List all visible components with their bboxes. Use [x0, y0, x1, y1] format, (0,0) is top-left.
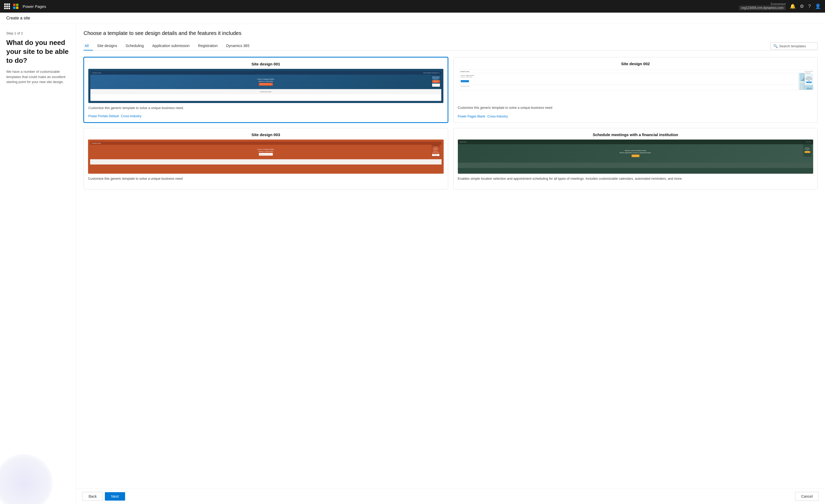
- choose-heading: Choose a template to see design details …: [84, 30, 818, 36]
- card-desc-002: Customize this generic template to solve…: [458, 105, 813, 110]
- card-tags-001: Power Portals Default Cross-Industry: [88, 113, 443, 118]
- sidebar-decoration: [0, 454, 53, 504]
- step-label: Step 1 of 2: [6, 31, 70, 35]
- template-grid: Site design 001 Company name Home Pages …: [84, 57, 818, 189]
- notification-icon[interactable]: 🔔: [790, 3, 796, 9]
- template-card-site-design-003[interactable]: Site design 003 Company name Create an e…: [84, 128, 448, 189]
- microsoft-logo: [13, 4, 18, 9]
- card-title-002: Site design 002: [458, 62, 813, 66]
- tab-dynamics-365[interactable]: Dynamics 365: [222, 41, 253, 51]
- tag-cross-industry-001: Cross-Industry: [121, 114, 141, 118]
- settings-icon[interactable]: ⚙: [800, 3, 804, 9]
- search-icon: 🔍: [773, 44, 778, 48]
- card-title-schedule: Schedule meetings with a financial insti…: [458, 133, 813, 137]
- tab-application-submission[interactable]: Application submission: [148, 41, 194, 51]
- sidebar-description: We have a number of customizable templat…: [6, 69, 70, 85]
- top-navigation: Power Pages Environment org123456.crm.dy…: [0, 0, 825, 13]
- template-card-site-design-001[interactable]: Site design 001 Company name Home Pages …: [84, 57, 448, 123]
- nav-left: Power Pages: [4, 3, 46, 9]
- waffle-icon[interactable]: [4, 3, 10, 9]
- card-preview-003: Company name Create an engaging headline…: [88, 140, 444, 174]
- filter-tabs: All Site designs Scheduling Application …: [84, 41, 818, 51]
- tab-scheduling[interactable]: Scheduling: [122, 41, 148, 51]
- environment-label: Environment: [771, 3, 785, 5]
- back-button[interactable]: Back: [82, 492, 103, 501]
- card-tags-003: [88, 184, 444, 185]
- card-desc-001: Customize this generic template to solve…: [88, 106, 443, 111]
- tab-registration[interactable]: Registration: [194, 41, 222, 51]
- tag-cross-industry-002: Cross-Industry: [487, 114, 508, 118]
- card-preview-002: Company name Home Contact ▼ Create an en…: [458, 69, 813, 103]
- card-tags-schedule: [458, 184, 813, 185]
- tag-power-portals-default: Power Portals Default: [88, 114, 119, 118]
- app-name: Power Pages: [23, 4, 46, 9]
- card-preview-schedule: Back home Back name Welcome to [Insert I…: [458, 140, 813, 174]
- card-title-001: Site design 001: [88, 62, 443, 66]
- tab-site-designs[interactable]: Site designs: [93, 41, 122, 51]
- main-layout: Step 1 of 2 What do you need your site t…: [0, 24, 825, 504]
- environment-block: Environment org123456.crm.dynamics.com: [739, 3, 785, 10]
- page-title: Create a site: [6, 16, 30, 20]
- tab-all[interactable]: All: [84, 41, 93, 51]
- card-title-003: Site design 003: [88, 133, 444, 137]
- bottom-bar: Back Next Cancel: [76, 489, 825, 504]
- account-icon[interactable]: 👤: [815, 3, 821, 9]
- search-templates[interactable]: 🔍 Search templates: [770, 42, 818, 50]
- search-templates-label: Search templates: [779, 44, 806, 48]
- content-area: Choose a template to see design details …: [76, 24, 825, 504]
- environment-value: org123456.crm.dynamics.com: [739, 5, 785, 10]
- sidebar: Step 1 of 2 What do you need your site t…: [0, 24, 76, 504]
- tag-power-pages-blank: Power Pages Blank: [458, 114, 485, 118]
- page-header: Create a site: [0, 13, 825, 24]
- card-preview-001: Company name Home Pages Campaigns ▼ Crea…: [88, 69, 443, 103]
- sidebar-heading: What do you need your site to be able to…: [6, 38, 70, 65]
- template-card-site-design-002[interactable]: Site design 002 Company name Home Contac…: [453, 57, 818, 123]
- card-desc-003: Customize this generic template to solve…: [88, 176, 444, 181]
- template-card-schedule-meetings[interactable]: Schedule meetings with a financial insti…: [453, 128, 818, 189]
- nav-right: Environment org123456.crm.dynamics.com 🔔…: [739, 3, 821, 10]
- cancel-button[interactable]: Cancel: [795, 492, 819, 501]
- card-tags-002: Power Pages Blank Cross-Industry: [458, 113, 813, 118]
- help-icon[interactable]: ?: [808, 4, 811, 9]
- content-inner: Choose a template to see design details …: [76, 24, 825, 489]
- next-button[interactable]: Next: [105, 492, 125, 501]
- card-desc-schedule: Enables simple location selection and ap…: [458, 176, 813, 181]
